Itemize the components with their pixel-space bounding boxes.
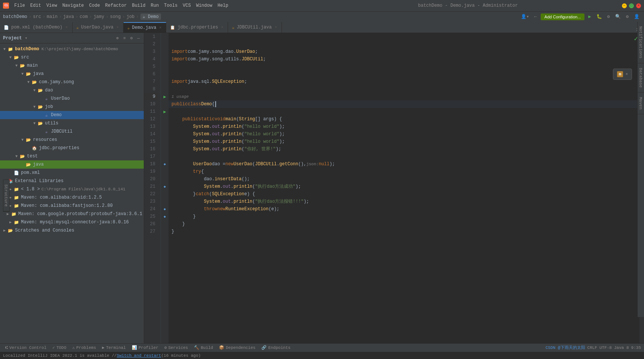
tree-item-protobuf[interactable]: ▶ 📁 Maven: com.google.protobuf:protobuf-… <box>0 210 144 218</box>
tree-item-ext-libs[interactable]: ▶ 📚 External Libraries <box>0 177 144 185</box>
problems-item[interactable]: ⚠ Problems <box>70 344 98 352</box>
menu-build[interactable]: Build <box>130 2 148 9</box>
breadcrumb-song[interactable]: song <box>110 14 121 19</box>
menu-navigate[interactable]: Navigate <box>60 2 86 9</box>
menu-edit[interactable]: Edit <box>28 2 43 9</box>
close-tab-jdbcutil[interactable]: × <box>274 25 278 30</box>
tree-item-scratches[interactable]: ▶ 📂 Scratches and Consoles <box>0 226 144 235</box>
settings-icon[interactable]: ⚙ <box>129 35 134 41</box>
menu-run[interactable]: Run <box>148 2 161 9</box>
menu-tools[interactable]: Tools <box>162 2 180 9</box>
tree-item-utils[interactable]: ▼ 📂 utils <box>0 119 144 127</box>
menu-refactor[interactable]: Refactor <box>103 2 129 9</box>
gutter-9[interactable]: ▶ <box>161 93 168 100</box>
close-tab-userdao[interactable]: × <box>116 25 119 30</box>
tree-item-src[interactable]: ▼ 📂 src <box>0 53 144 61</box>
tab-pom-xml[interactable]: 📄 pom.xml (batchDemo) × <box>0 22 73 33</box>
gutter-24[interactable]: ◆ <box>161 205 168 213</box>
back-btn[interactable]: ← <box>533 13 538 20</box>
tree-item-pom-xml[interactable]: ▼ 📄 pom.xml <box>0 169 144 177</box>
profile-btn[interactable]: 👤▾ <box>519 13 531 20</box>
tab-jdbcutil[interactable]: ☕ JDBCUtil.java × <box>228 22 282 33</box>
tree-item-userdao[interactable]: ▼ ☕ UserDao <box>0 94 144 103</box>
tree-item-job[interactable]: ▼ 📂 job <box>0 103 144 111</box>
breadcrumb-project[interactable]: batchDemo <box>3 14 27 19</box>
notifications-tab[interactable]: Notifications <box>638 33 644 63</box>
tree-item-test-java[interactable]: ▼ 📂 java <box>0 160 144 169</box>
menu-view[interactable]: View <box>44 2 60 9</box>
menu-file[interactable]: File <box>12 2 27 9</box>
breadcrumb[interactable]: batchDemo › src › main › java › com › ja… <box>3 13 161 20</box>
tree-item-dao[interactable]: ▼ 📂 dao <box>0 86 144 94</box>
menu-vcs[interactable]: VCS <box>180 2 193 9</box>
tree-item-batchdemo[interactable]: ▼ 📁 batchDemo K:\project2\jamy-demo\batc… <box>0 45 144 53</box>
toolbar-search[interactable]: 🔍 <box>614 13 622 20</box>
tree-item-fastjson[interactable]: ▶ 📁 Maven: com.alibaba:fastjson:1.2.80 <box>0 202 144 210</box>
gutter-21[interactable]: ◆ <box>161 183 168 190</box>
tree-item-main[interactable]: ▼ 📂 main <box>0 61 144 70</box>
line-sep-label[interactable]: CRLF <box>587 346 597 350</box>
java-ver-label[interactable]: UTF-8 <box>599 346 612 350</box>
locate-icon[interactable]: ⊕ <box>115 35 120 41</box>
breadcrumb-job[interactable]: job <box>127 14 135 19</box>
maven-popup-close[interactable]: × <box>625 72 628 76</box>
endpoints-item[interactable]: 🔗 Endpoints <box>259 344 292 352</box>
menu-window[interactable]: Window <box>194 2 215 9</box>
run-icon-11[interactable]: ▶ <box>163 109 166 115</box>
tab-demo[interactable]: ☕ Demo.java × <box>124 22 166 33</box>
gutter-25[interactable]: ◆ <box>161 213 168 220</box>
code-editor[interactable]: import com.jamy.song.dao.UserDao; import… <box>168 33 640 343</box>
services-item[interactable]: ⚙ Services <box>162 344 190 352</box>
breadcrumb-com[interactable]: com <box>80 14 88 19</box>
run-icon-9[interactable]: ▶ <box>163 94 166 100</box>
close-tab-pom[interactable]: × <box>65 25 69 30</box>
breadcrumb-jamy[interactable]: jamy <box>94 14 104 19</box>
project-dropdown[interactable]: ▾ <box>25 36 27 40</box>
close-tab-demo[interactable]: × <box>158 25 162 30</box>
breadcrumb-main[interactable]: main <box>47 14 58 19</box>
terminal-item[interactable]: ▶ Terminal <box>100 344 128 352</box>
gutter-11[interactable]: ▶ <box>161 108 168 115</box>
gutter-18[interactable]: ◆ <box>161 160 168 168</box>
bookmark-icon-18[interactable]: ◆ <box>164 162 166 166</box>
tree-item-jdbcutil[interactable]: ▼ ☕ JDBCUtil <box>0 127 144 136</box>
tree-item-test[interactable]: ▼ 📂 test <box>0 152 144 160</box>
switch-restart-link[interactable]: Switch and restart <box>117 353 161 358</box>
run-button[interactable]: ▶ <box>587 13 592 20</box>
toolbar-settings[interactable]: ⚙ <box>606 13 611 20</box>
collapse-all-icon[interactable]: ≡ <box>122 35 127 41</box>
todo-item[interactable]: ✓ TODO <box>50 344 69 352</box>
bookmark-icon-25[interactable]: ◆ <box>164 214 166 219</box>
close-tab-jdbc-props[interactable]: × <box>220 25 224 30</box>
version-control-item[interactable]: ⑆ Version Control <box>3 344 49 352</box>
tab-jdbc-props[interactable]: 📋 jdbc.properties × <box>166 22 228 33</box>
hide-panel-icon[interactable]: — <box>136 35 141 41</box>
minimize-button[interactable]: — <box>622 3 627 8</box>
build-item[interactable]: 🔨 Build <box>192 344 215 352</box>
bookmark-icon-21[interactable]: ◆ <box>164 184 166 189</box>
breadcrumb-java[interactable]: java <box>63 14 74 19</box>
breadcrumb-src[interactable]: src <box>33 14 41 19</box>
maximize-button[interactable]: □ <box>629 3 634 8</box>
tab-userdao[interactable]: ☕ UserDao.java × <box>73 22 124 33</box>
tree-item-mysql[interactable]: ▶ 📁 Maven: mysql:mysql-connector-java:8.… <box>0 218 144 226</box>
close-button[interactable]: × <box>636 3 641 8</box>
debug-button[interactable]: 🐛 <box>595 13 604 20</box>
profiler-item[interactable]: 📊 Profiler <box>130 344 161 352</box>
tree-item-jdk[interactable]: ▶ 📁 < 1.8 > C:\Program Files\Java\jdk1.8… <box>0 185 144 193</box>
tree-item-com-jamy-song[interactable]: ▼ 📂 com.jamy.song <box>0 78 144 86</box>
tree-item-jdbc-props[interactable]: ▼ 🏠 jdbc.properties <box>0 144 144 152</box>
database-tab[interactable]: Database <box>638 63 644 93</box>
dependencies-item[interactable]: 📦 Dependencies <box>217 344 258 352</box>
toolbar-gear[interactable]: ⚙ <box>625 13 630 20</box>
tree-item-druid[interactable]: ▶ 📁 Maven: com.alibaba:druid:1.2.5 <box>0 193 144 202</box>
maven-tab[interactable]: Maven <box>638 93 644 114</box>
toolbar-person[interactable]: 👤 <box>632 13 641 20</box>
tree-item-demo[interactable]: ▼ ☕ Demo <box>0 111 144 119</box>
tree-item-resources[interactable]: ▼ 📂 resources <box>0 136 144 144</box>
bookmark-icon-24[interactable]: ◆ <box>164 207 166 211</box>
menu-help[interactable]: Help <box>215 2 231 9</box>
tree-item-java[interactable]: ▼ 📂 java <box>0 70 144 78</box>
add-configuration-button[interactable]: Add Configuration... <box>541 13 584 20</box>
menu-code[interactable]: Code <box>87 2 102 9</box>
